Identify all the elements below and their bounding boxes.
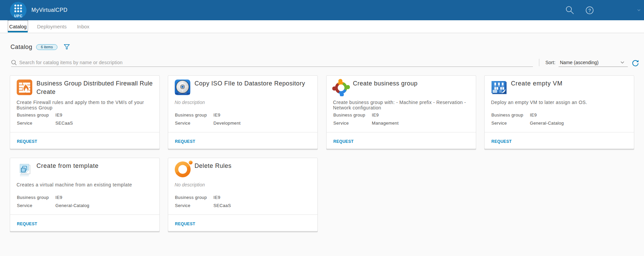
svg-text:UPC: UPC (14, 14, 23, 18)
svg-text:?: ? (588, 8, 591, 13)
